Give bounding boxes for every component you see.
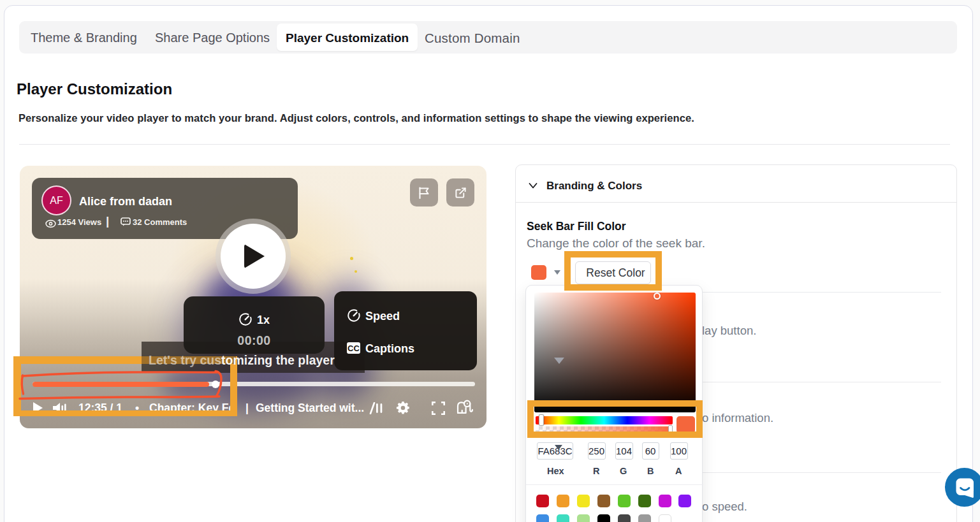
svg-text:CC: CC <box>347 344 360 353</box>
